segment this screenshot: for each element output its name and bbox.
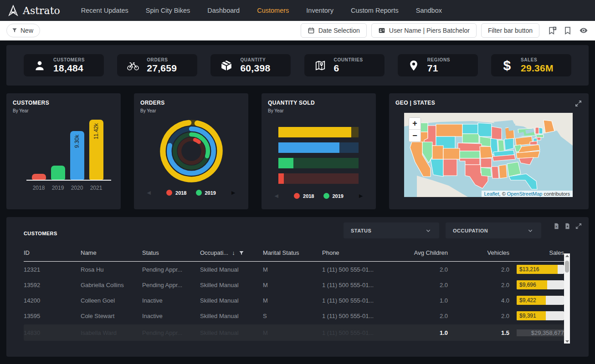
table-title: CUSTOMERS <box>24 231 57 236</box>
nav-item-recent-updates[interactable]: Recent Updates <box>81 7 128 14</box>
user-name-button[interactable]: User Name | Piers Batchelor <box>371 23 477 38</box>
kpi-label: REGIONS <box>427 57 450 62</box>
toolbar-right: Date Selection User Name | Piers Batchel… <box>301 23 589 38</box>
kpi-value: 71 <box>427 63 450 74</box>
col-header-avg-children[interactable]: Avg Children <box>397 249 448 261</box>
bar-label: 9.30k <box>74 135 80 148</box>
nav-item-custom-reports[interactable]: Custom Reports <box>351 7 399 14</box>
attribution-sep: , © <box>499 191 507 197</box>
totals-avg-children: 1.0 <box>397 329 448 336</box>
dashboard-main: CUSTOMERS 18,484 ORDERS 27,659 <box>0 40 595 357</box>
legend-prev-arrow[interactable]: ◀ <box>275 193 278 198</box>
hbar-2020 <box>278 142 359 153</box>
dollar-icon: $ <box>500 59 514 72</box>
col-header-id[interactable]: ID <box>24 249 81 261</box>
x-tick: 2019 <box>48 185 67 191</box>
astrato-logo[interactable]: Astrato <box>7 5 60 16</box>
bar-2018 <box>32 174 46 180</box>
table-row[interactable]: 14200 Colleen Goel Inactive Skilled Manu… <box>24 293 564 308</box>
table-row[interactable]: 12321 Rosa Hu Pending Appr... Skilled Ma… <box>24 262 564 277</box>
osm-link[interactable]: OpenStreetMap <box>507 191 543 197</box>
sales-bar: $13,216 <box>517 265 558 274</box>
zoom-in-button[interactable]: + <box>409 118 421 130</box>
export-file-icon[interactable] <box>564 222 571 230</box>
status-dropdown[interactable]: STATUS <box>344 222 439 238</box>
orders-legend: ◀ 2018 2019 ▶ <box>140 190 242 196</box>
user-badge-icon <box>378 27 385 34</box>
x-tick: 2020 <box>67 185 87 191</box>
toolbar-icons <box>548 26 589 35</box>
legend-prev-arrow[interactable]: ◀ <box>147 190 151 195</box>
legend-dot <box>294 193 300 199</box>
scroll-up-arrow[interactable] <box>564 253 570 258</box>
nav-item-sandbox[interactable]: Sandbox <box>416 7 442 14</box>
sales-bar: $9,422 <box>517 296 546 305</box>
nav-item-inventory[interactable]: Inventory <box>306 7 333 14</box>
zoom-out-button[interactable]: − <box>409 130 421 142</box>
bookmark-icon[interactable] <box>563 26 572 35</box>
col-header-phone[interactable]: Phone <box>322 249 397 261</box>
chart-subtitle: By Year <box>140 108 242 113</box>
scrollbar-thumb[interactable] <box>565 261 569 273</box>
leaflet-link[interactable]: Leaflet <box>484 191 499 197</box>
sales-bar: $9,391 <box>517 311 546 320</box>
legend-label: 2019 <box>205 190 216 196</box>
new-filter-button[interactable]: New <box>6 24 40 37</box>
nav-item-spin-city-bikes[interactable]: Spin City Bikes <box>146 7 190 14</box>
hbar-2018 <box>278 173 359 184</box>
bar-label: 11.42k <box>93 123 99 139</box>
table-row[interactable]: 13592 Gabriella Collins Pending Appr... … <box>24 277 564 293</box>
bar-2021: 11.42k <box>89 120 103 180</box>
table-actions: X <box>553 222 582 230</box>
customers-table: ID Name Status Occupati... ↓ Marital Sta… <box>24 249 564 341</box>
nav-item-customers[interactable]: Customers <box>257 7 289 14</box>
bar-2019 <box>51 166 65 180</box>
leaflet-map[interactable]: + − Leaflet, © OpenStreetMap contributor… <box>404 113 573 197</box>
sort-desc-icon[interactable]: ↓ <box>232 249 235 256</box>
nav-items: Recent Updates Spin City Bikes Dashboard… <box>81 7 442 14</box>
col-header-vehicles[interactable]: Vehicles <box>448 249 509 261</box>
nav-item-dashboard[interactable]: Dashboard <box>207 7 240 14</box>
legend-item-2018[interactable]: 2018 <box>294 193 314 199</box>
bookmark-add-icon[interactable] <box>548 26 557 35</box>
legend-item-2019[interactable]: 2019 <box>323 193 344 199</box>
col-header-status[interactable]: Status <box>142 249 200 261</box>
legend-next-arrow[interactable]: ▶ <box>231 190 235 195</box>
legend-dot <box>196 190 202 196</box>
kpi-regions: REGIONS 71 <box>398 54 478 76</box>
chevron-down-icon <box>425 227 432 234</box>
col-header-occupation[interactable]: Occupati... ↓ <box>200 249 263 261</box>
legend-label: 2018 <box>175 190 186 196</box>
legend-item-2018[interactable]: 2018 <box>166 190 186 196</box>
date-selection-button[interactable]: Date Selection <box>301 23 367 38</box>
sales-bar-cell: $9,422 <box>509 296 564 305</box>
quantity-bar-chart <box>278 127 359 184</box>
table-row[interactable]: 13595 Cole Stewart Inactive Skilled Manu… <box>24 308 564 324</box>
kpi-value: 18,484 <box>53 63 85 74</box>
kpi-value: 60,398 <box>240 63 270 74</box>
legend-next-arrow[interactable]: ▶ <box>359 193 363 198</box>
col-header-sales[interactable]: Sales <box>509 249 564 261</box>
filter-toolbar: New Date Selection User Name | Piers Bat… <box>0 21 595 40</box>
occupation-dropdown[interactable]: OCCUPATION <box>446 222 541 238</box>
sales-bar-cell: $9,391 <box>509 311 564 320</box>
legend-item-2019[interactable]: 2019 <box>196 190 216 196</box>
column-filter-icon[interactable] <box>239 250 244 256</box>
scroll-down-arrow[interactable] <box>564 339 570 344</box>
hbar-2019 <box>278 158 359 168</box>
filter-bar-button[interactable]: Filter bar button <box>481 23 539 38</box>
kpi-label: COUNTRIES <box>334 57 363 62</box>
kpi-countries: COUNTRIES 6 <box>304 54 385 76</box>
expand-icon[interactable] <box>575 222 582 230</box>
eye-icon[interactable] <box>579 26 589 35</box>
chart-subtitle: By Year <box>13 108 114 113</box>
kpi-label: SALES <box>521 57 554 62</box>
orders-donut-chart <box>140 119 242 183</box>
table-scrollbar[interactable] <box>564 253 570 344</box>
col-header-name[interactable]: Name <box>81 249 142 261</box>
export-excel-icon[interactable]: X <box>553 222 560 230</box>
sales-bar-cell: $9,696 <box>509 280 564 289</box>
kpi-label: QUANTITY <box>240 57 270 62</box>
expand-icon[interactable] <box>574 100 582 107</box>
col-header-marital[interactable]: Marital Status <box>263 249 322 261</box>
